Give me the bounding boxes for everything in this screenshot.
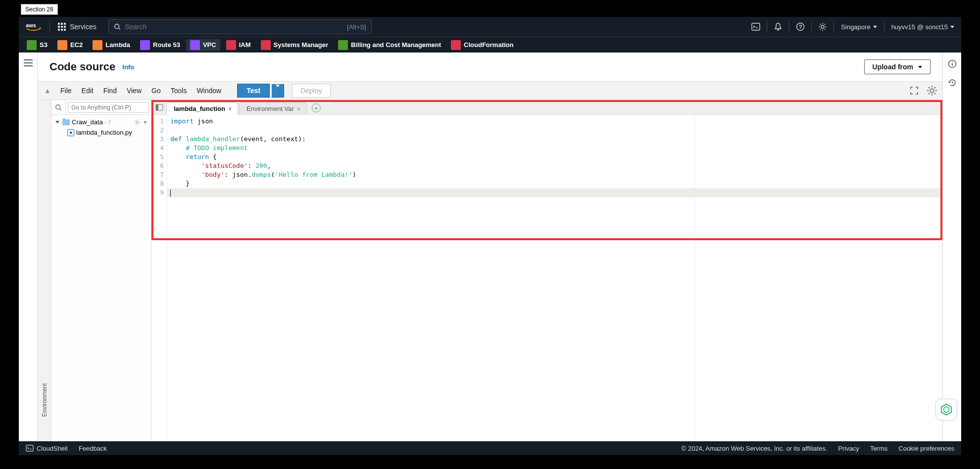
- svg-line-15: [820, 29, 821, 30]
- service-systems-manager[interactable]: Systems Manager: [257, 39, 333, 51]
- menu-view[interactable]: View: [122, 85, 147, 97]
- collapse-arrow-icon[interactable]: ▲: [42, 87, 53, 95]
- service-icon: [338, 40, 348, 50]
- aws-logo[interactable]: aws: [19, 17, 49, 37]
- region-selector[interactable]: Singapore: [834, 17, 883, 37]
- service-vpc[interactable]: VPC: [186, 39, 220, 51]
- right-side-rail: [942, 52, 961, 441]
- service-label: VPC: [203, 41, 216, 49]
- file-tree: Craw_data - / ▾ ◆ lambda_function.py: [51, 115, 151, 140]
- cloudshell-icon[interactable]: [745, 17, 767, 37]
- upload-from-button[interactable]: Upload from: [864, 59, 931, 74]
- info-panel-icon[interactable]: [948, 59, 957, 68]
- svg-marker-45: [944, 407, 949, 413]
- chevron-down-icon: [950, 26, 954, 28]
- service-icon: [226, 40, 236, 50]
- cookie-prefs-link[interactable]: Cookie preferences: [898, 445, 954, 452]
- svg-point-40: [952, 62, 953, 63]
- menu-file[interactable]: File: [55, 85, 77, 97]
- tab-label: Environment Var: [246, 105, 294, 112]
- svg-point-26: [56, 104, 60, 109]
- test-dropdown[interactable]: [272, 84, 284, 98]
- grid-icon: [58, 23, 66, 31]
- service-billing-and-cost-management[interactable]: Billing and Cost Management: [334, 39, 445, 51]
- editor-tabs: lambda_function×Environment Var× +: [151, 100, 942, 115]
- feedback-link[interactable]: Feedback: [79, 445, 107, 452]
- svg-line-24: [929, 93, 930, 94]
- gear-icon[interactable]: [134, 119, 141, 126]
- history-panel-icon[interactable]: [948, 78, 957, 87]
- svg-point-5: [778, 29, 779, 31]
- settings-icon[interactable]: [812, 17, 833, 37]
- menu-toggle-icon[interactable]: [24, 59, 33, 66]
- svg-line-34: [139, 123, 139, 124]
- main-area: Code source Info Upload from ▲ FileEditF…: [38, 52, 942, 441]
- privacy-link[interactable]: Privacy: [838, 445, 859, 452]
- file-row[interactable]: ◆ lambda_function.py: [53, 127, 149, 138]
- code-lines[interactable]: import jsondef lambda_handler(event, con…: [167, 115, 942, 441]
- terms-link[interactable]: Terms: [870, 445, 887, 452]
- service-label: S3: [40, 41, 48, 49]
- chevron-down-icon: [873, 26, 877, 28]
- ide-toolbar: ▲ FileEditFindViewGoToolsWindow Test Dep…: [38, 81, 942, 100]
- account-menu[interactable]: huyvv15 @ sonct15: [884, 17, 961, 37]
- ide-settings-icon[interactable]: [926, 84, 938, 97]
- service-label: Systems Manager: [274, 41, 329, 49]
- service-iam[interactable]: IAM: [222, 39, 255, 51]
- chevron-down-icon: [55, 121, 59, 123]
- info-link[interactable]: Info: [122, 63, 134, 71]
- global-search[interactable]: [Alt+S]: [108, 19, 372, 34]
- menu-edit[interactable]: Edit: [77, 85, 98, 97]
- svg-point-8: [821, 25, 824, 28]
- add-tab-icon[interactable]: +: [312, 104, 321, 112]
- service-route-53[interactable]: Route 53: [136, 39, 184, 51]
- close-icon[interactable]: ×: [228, 105, 232, 112]
- menu-tools[interactable]: Tools: [166, 85, 192, 97]
- panel-toggle-icon[interactable]: [153, 102, 165, 113]
- svg-line-2: [118, 28, 120, 30]
- fullscreen-icon[interactable]: [908, 84, 921, 97]
- menu-window[interactable]: Window: [192, 85, 226, 97]
- menu-find[interactable]: Find: [98, 85, 122, 97]
- env-side-tab[interactable]: Environment: [38, 100, 51, 441]
- left-side-rail: [19, 52, 38, 441]
- page-header: Code source Info Upload from: [38, 52, 942, 81]
- service-cloudformation[interactable]: CloudFormation: [447, 39, 517, 51]
- service-icon: [57, 40, 67, 50]
- code-editor[interactable]: 123456789 import jsondef lambda_handler(…: [151, 115, 942, 441]
- search-hint: [Alt+S]: [347, 23, 366, 31]
- goto-anything-input[interactable]: [68, 102, 149, 113]
- top-nav: aws Services [Alt+S] ?: [19, 17, 961, 37]
- service-label: Lambda: [105, 41, 130, 49]
- amazon-q-button[interactable]: [935, 399, 957, 420]
- service-lambda[interactable]: Lambda: [89, 39, 134, 51]
- file-label: lambda_function.py: [76, 129, 132, 136]
- service-s3[interactable]: S3: [23, 39, 51, 51]
- close-icon[interactable]: ×: [297, 105, 300, 112]
- editor-tab[interactable]: Environment Var×: [239, 102, 307, 115]
- cloudshell-link[interactable]: CloudShell: [26, 445, 68, 452]
- file-search-icon[interactable]: [51, 100, 66, 114]
- notifications-icon[interactable]: [767, 17, 789, 37]
- service-ec2[interactable]: EC2: [53, 39, 87, 51]
- page-title: Code source: [49, 60, 115, 73]
- test-button[interactable]: Test: [237, 84, 270, 98]
- help-icon[interactable]: ?: [789, 17, 811, 37]
- menu-go[interactable]: Go: [147, 85, 166, 97]
- editor-tab[interactable]: lambda_function×: [166, 102, 238, 115]
- svg-line-33: [135, 120, 136, 121]
- file-icon: ◆: [67, 129, 74, 136]
- svg-rect-3: [752, 23, 760, 30]
- service-label: CloudFormation: [464, 41, 513, 49]
- tab-label: lambda_function: [174, 105, 225, 112]
- folder-row[interactable]: Craw_data - / ▾: [53, 117, 149, 127]
- services-menu[interactable]: Services: [50, 17, 104, 37]
- bottom-bar: CloudShell Feedback © 2024, Amazon Web S…: [19, 441, 961, 455]
- service-label: Route 53: [153, 41, 180, 49]
- deploy-button: Deploy: [292, 84, 331, 98]
- svg-line-13: [820, 24, 821, 25]
- svg-rect-42: [26, 445, 33, 451]
- svg-marker-44: [941, 404, 951, 415]
- search-input[interactable]: [125, 23, 366, 31]
- svg-line-25: [934, 87, 935, 88]
